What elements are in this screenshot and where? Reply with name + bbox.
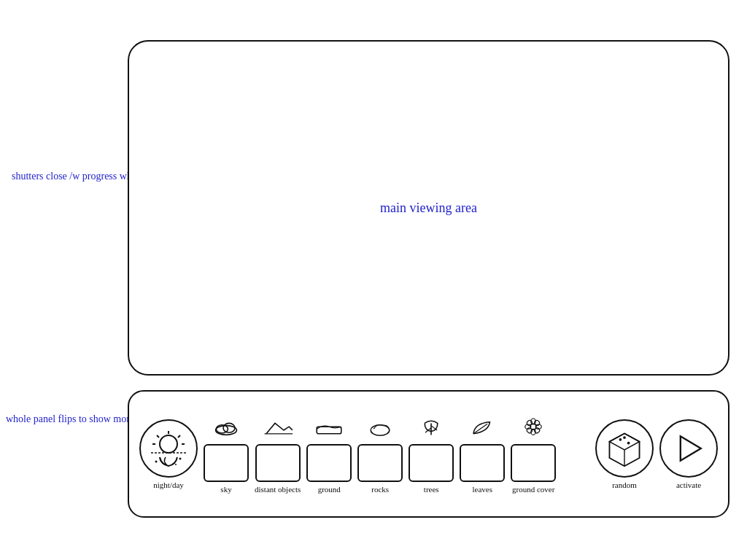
sky-icon bbox=[204, 413, 249, 441]
ground-cover-icon bbox=[511, 413, 556, 441]
svg-point-28 bbox=[526, 427, 533, 434]
rocks-control: rocks bbox=[357, 413, 403, 494]
random-wrapper: random bbox=[595, 419, 654, 489]
rocks-label: rocks bbox=[371, 485, 389, 494]
main-view-label: main viewing area bbox=[380, 201, 477, 216]
rocks-button[interactable] bbox=[357, 444, 403, 482]
ground-cover-label: ground cover bbox=[512, 485, 554, 494]
trees-icon bbox=[409, 413, 454, 441]
random-label: random bbox=[612, 481, 637, 489]
svg-point-15 bbox=[371, 425, 390, 435]
distant-objects-icon bbox=[255, 413, 301, 441]
cloud-icon bbox=[212, 417, 241, 438]
rock-icon bbox=[365, 417, 395, 438]
activate-wrapper: activate bbox=[659, 419, 718, 489]
leaf-icon bbox=[468, 417, 497, 438]
distant-objects-label: distant objects bbox=[255, 485, 301, 494]
trees-control: trees bbox=[409, 413, 454, 494]
svg-marker-30 bbox=[609, 433, 639, 449]
night-day-label: night/day bbox=[153, 481, 184, 489]
svg-point-26 bbox=[534, 427, 541, 434]
activate-icon bbox=[668, 428, 709, 469]
ground-cover-control: ground cover bbox=[511, 413, 556, 494]
night-day-icon bbox=[145, 425, 192, 472]
ground-cover-button[interactable] bbox=[511, 444, 556, 482]
night-day-button[interactable] bbox=[139, 419, 198, 478]
sky-control: sky bbox=[204, 413, 249, 494]
svg-line-4 bbox=[157, 435, 159, 438]
ground-control: ground bbox=[306, 413, 352, 494]
svg-line-2 bbox=[178, 435, 180, 438]
svg-point-33 bbox=[619, 438, 622, 441]
flower-icon bbox=[519, 417, 548, 438]
distant-objects-control: distant objects bbox=[255, 413, 301, 494]
ground-shape-icon bbox=[314, 417, 344, 438]
main-viewing-area: main viewing area bbox=[128, 40, 729, 376]
random-button[interactable] bbox=[595, 419, 654, 478]
activate-button[interactable] bbox=[659, 419, 718, 478]
control-panel: night/day sky distant objects bbox=[128, 390, 729, 518]
mountain-icon bbox=[263, 417, 293, 438]
trees-label: trees bbox=[424, 485, 439, 494]
svg-point-34 bbox=[627, 441, 630, 444]
svg-point-0 bbox=[160, 435, 177, 453]
tree-icon bbox=[417, 417, 446, 438]
sky-label: sky bbox=[220, 485, 231, 494]
svg-point-7 bbox=[179, 457, 182, 459]
svg-point-12 bbox=[223, 423, 235, 432]
leaves-control: leaves bbox=[460, 413, 505, 494]
activate-label: activate bbox=[676, 481, 701, 489]
leaves-button[interactable] bbox=[460, 444, 505, 482]
ground-label: ground bbox=[318, 485, 341, 494]
leaves-icon bbox=[460, 413, 505, 441]
svg-point-8 bbox=[155, 460, 158, 462]
svg-point-35 bbox=[623, 436, 626, 439]
leaves-label: leaves bbox=[473, 485, 492, 494]
distant-objects-button[interactable] bbox=[255, 444, 301, 482]
ground-icon bbox=[306, 413, 352, 441]
night-day-wrapper: night/day bbox=[139, 419, 198, 489]
rocks-icon bbox=[357, 413, 403, 441]
sky-button[interactable] bbox=[204, 444, 249, 482]
ground-button[interactable] bbox=[306, 444, 352, 482]
svg-marker-36 bbox=[681, 436, 701, 461]
random-icon bbox=[604, 428, 645, 469]
svg-point-9 bbox=[175, 464, 177, 465]
trees-button[interactable] bbox=[409, 444, 454, 482]
svg-point-25 bbox=[526, 419, 533, 427]
svg-point-27 bbox=[534, 419, 541, 427]
